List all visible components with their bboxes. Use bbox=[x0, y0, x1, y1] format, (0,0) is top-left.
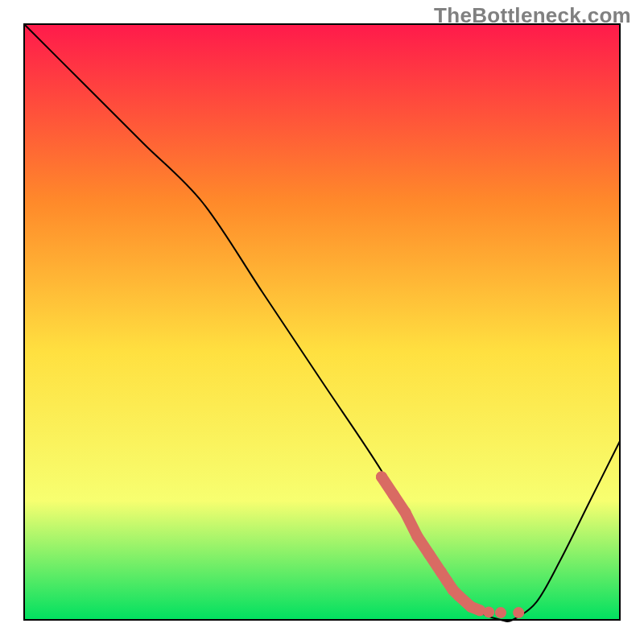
chart-container: TheBottleneck.com bbox=[0, 0, 644, 644]
highlight-point bbox=[483, 606, 494, 617]
highlight-point bbox=[495, 607, 506, 618]
highlight-point bbox=[411, 530, 423, 542]
highlight-point bbox=[400, 507, 411, 518]
highlight-point bbox=[388, 489, 399, 501]
highlight-point bbox=[376, 471, 387, 482]
chart-svg bbox=[0, 0, 644, 644]
highlight-point bbox=[453, 590, 464, 601]
highlight-point bbox=[423, 549, 435, 560]
highlight-point bbox=[513, 607, 524, 618]
